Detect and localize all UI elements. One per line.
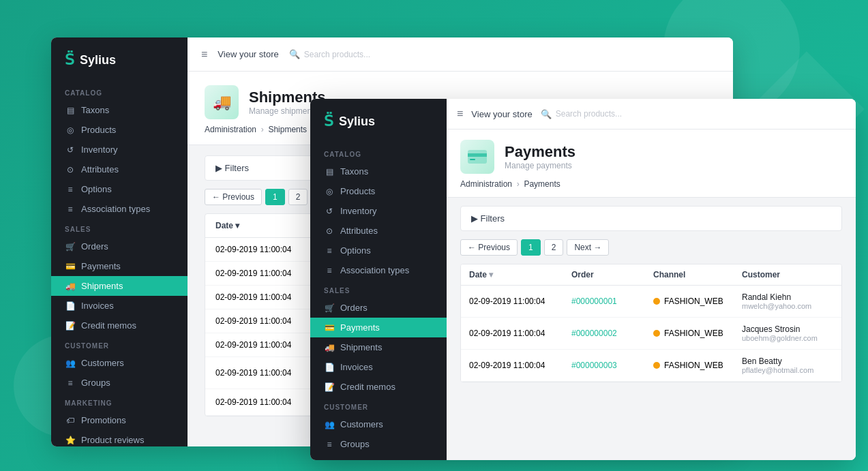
- payments-table-header: Date ▾ Order Channel Customer: [461, 264, 841, 286]
- payments-pagination: ← Previous 1 2 Next →: [460, 239, 842, 256]
- sidebar2-item-customers[interactable]: 👥 Customers: [310, 414, 447, 434]
- sidebar2-item-association-types[interactable]: ≡ Association types: [310, 260, 447, 280]
- hamburger-icon[interactable]: ≡: [201, 48, 207, 61]
- sidebar2-item-products[interactable]: ◎ Products: [310, 181, 447, 201]
- sales-section-label: SALES: [51, 219, 188, 237]
- payments-icon2: 💳: [324, 323, 335, 333]
- sidebar2-item-groups[interactable]: ≡ Groups: [310, 434, 447, 454]
- prev-page-button[interactable]: ← Previous: [205, 189, 262, 205]
- table-row: 02-09-2019 11:00:04 #000000001 FASHION_W…: [461, 286, 841, 318]
- payments-page-icon: [460, 140, 494, 174]
- payments-page-header: Payments Manage payments Administration …: [447, 130, 856, 198]
- sidebar2-item-options[interactable]: ≡ Options: [310, 241, 447, 260]
- groups-icon: ≡: [65, 378, 76, 388]
- catalog-section-label2: CATALOG: [310, 144, 447, 162]
- sidebar2-item-payments[interactable]: 💳 Payments: [310, 318, 447, 337]
- svg-rect-1: [468, 153, 487, 157]
- inventory-icon: ↺: [65, 145, 76, 155]
- col-date: Date ▾: [215, 221, 325, 230]
- credit-memos-icon: 📝: [65, 321, 76, 331]
- sidebar2-item-orders[interactable]: 🛒 Orders: [310, 298, 447, 318]
- pcol-customer: Customer: [742, 270, 833, 279]
- product-reviews-icon: ⭐: [65, 436, 76, 445]
- sidebar2-item-attributes[interactable]: ⊙ Attributes: [310, 221, 447, 241]
- payments-content: ▶ Filters ← Previous 1 2 Next → Date ▾ O…: [447, 198, 856, 460]
- view-store-link[interactable]: View your store: [218, 49, 278, 59]
- groups-icon2: ≡: [324, 440, 335, 449]
- payments-main: ≡ View your store 🔍 Search products... P…: [447, 99, 856, 460]
- sidebar-item-orders[interactable]: 🛒 Orders: [51, 237, 188, 256]
- search-placeholder: Search products...: [304, 50, 370, 59]
- customer-section-label: CUSTOMER: [51, 335, 188, 353]
- sidebar2-item-credit-memos[interactable]: 📝 Credit memos: [310, 377, 447, 397]
- shipments-topbar: ≡ View your store 🔍 Search products...: [188, 37, 733, 72]
- sidebar2-item-invoices[interactable]: 📄 Invoices: [310, 357, 447, 377]
- pcol-channel: Channel: [653, 270, 742, 279]
- inventory-icon2: ↺: [324, 207, 335, 216]
- payments-page-subtitle: Manage payments: [505, 161, 575, 170]
- hamburger-icon2[interactable]: ≡: [457, 108, 463, 120]
- view-store-link2[interactable]: View your store: [471, 109, 532, 119]
- payments-sidebar: S̈ Sylius CATALOG ▤ Taxons ◎ Products ↺ …: [310, 99, 447, 460]
- shipments-icon2: 🚚: [324, 343, 335, 352]
- sidebar-item-products[interactable]: ◎ Products: [51, 120, 188, 140]
- taxons-icon2: ▤: [324, 167, 335, 177]
- shipments-page-icon: 🚚: [205, 85, 239, 119]
- sidebar2-item-inventory[interactable]: ↺ Inventory: [310, 201, 447, 221]
- page-2-button[interactable]: 2: [288, 189, 308, 205]
- search-container: 🔍 Search products...: [289, 49, 370, 59]
- customers-icon: 👥: [65, 359, 76, 368]
- sidebar2-item-taxons[interactable]: ▤ Taxons: [310, 162, 447, 181]
- page-1-button[interactable]: 1: [265, 189, 285, 205]
- sidebar-item-attributes[interactable]: ⊙ Attributes: [51, 159, 188, 179]
- sidebar-item-taxons[interactable]: ▤ Taxons: [51, 100, 188, 120]
- sidebar-item-groups[interactable]: ≡ Groups: [51, 373, 188, 393]
- payments-window: S̈ Sylius CATALOG ▤ Taxons ◎ Products ↺ …: [310, 99, 856, 460]
- sidebar-item-payments[interactable]: 💳 Payments: [51, 256, 188, 276]
- payments-icon: 💳: [65, 262, 76, 271]
- payments-filters-bar[interactable]: ▶ Filters: [460, 206, 842, 231]
- promotions-icon: 🏷: [65, 416, 76, 425]
- sidebar-item-credit-memos[interactable]: 📝 Credit memos: [51, 316, 188, 335]
- sidebar-item-inventory[interactable]: ↺ Inventory: [51, 140, 188, 159]
- sylius-icon2: S̈: [324, 112, 333, 130]
- sidebar-item-shipments[interactable]: 🚚 Shipments: [51, 276, 188, 296]
- table-row: 02-09-2019 11:00:04 #000000002 FASHION_W…: [461, 318, 841, 350]
- pcol-date: Date ▾: [469, 270, 571, 279]
- association-types-icon: ≡: [65, 204, 76, 214]
- sidebar-item-promotions[interactable]: 🏷 Promotions: [51, 410, 188, 430]
- payments-page-2[interactable]: 2: [544, 239, 564, 256]
- svg-rect-2: [470, 159, 475, 160]
- sidebar-item-customers[interactable]: 👥 Customers: [51, 353, 188, 373]
- assoc-icon2: ≡: [324, 266, 335, 275]
- search-placeholder2: Search products...: [556, 109, 622, 119]
- orders-icon: 🛒: [65, 242, 76, 252]
- shipments-icon: 🚚: [65, 282, 76, 291]
- payments-topbar: ≡ View your store 🔍 Search products...: [447, 99, 856, 130]
- payments-page-title: Payments: [505, 143, 575, 161]
- marketing-section-label: MARKETING: [51, 393, 188, 410]
- sidebar-item-association-types[interactable]: ≡ Association types: [51, 199, 188, 219]
- sylius-icon: S̈: [65, 51, 74, 69]
- sidebar-logo: S̈ Sylius: [51, 48, 188, 82]
- payments-breadcrumb: Administration › Payments: [460, 179, 842, 189]
- payments-sidebar-logo: S̈ Sylius: [310, 109, 447, 144]
- sidebar-item-product-reviews[interactable]: ⭐ Product reviews: [51, 430, 188, 446]
- channel-dot: [653, 330, 660, 337]
- channel-dot: [653, 298, 660, 305]
- payments-next-page[interactable]: Next →: [567, 239, 609, 256]
- invoices-icon2: 📄: [324, 363, 335, 372]
- sidebar-item-options[interactable]: ≡ Options: [51, 179, 188, 199]
- sidebar2-item-shipments[interactable]: 🚚 Shipments: [310, 337, 447, 357]
- attributes-icon: ⊙: [65, 165, 76, 174]
- payments-page-1[interactable]: 1: [521, 239, 541, 256]
- options-icon2: ≡: [324, 246, 335, 256]
- options-icon: ≡: [65, 185, 76, 194]
- search-container2: 🔍 Search products...: [541, 109, 622, 119]
- payments-prev-page[interactable]: ← Previous: [460, 239, 518, 256]
- search-icon: 🔍: [289, 49, 300, 59]
- payments-table: Date ▾ Order Channel Customer 02-09-2019…: [460, 264, 842, 382]
- sidebar-item-invoices[interactable]: 📄 Invoices: [51, 296, 188, 316]
- invoices-icon: 📄: [65, 301, 76, 311]
- products-icon: ◎: [65, 125, 76, 135]
